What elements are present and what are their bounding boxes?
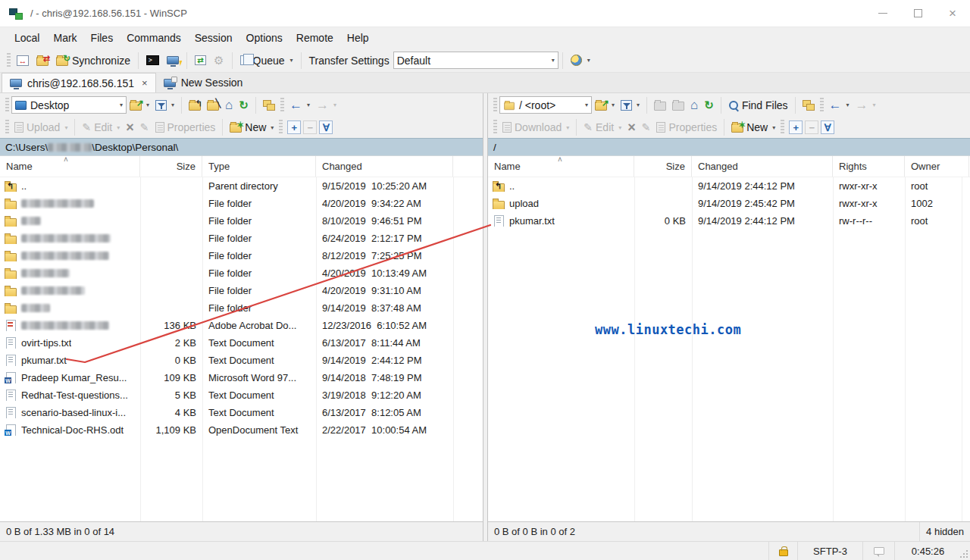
column-header-type[interactable]: Type xyxy=(202,156,316,177)
local-root-directory-button[interactable]: ╲ xyxy=(204,99,222,112)
open-terminal-button[interactable]: > xyxy=(142,53,163,67)
upload-button[interactable]: Upload▾ xyxy=(11,120,70,135)
table-row[interactable]: scenario-based-linux-i... 4 KB Text Docu… xyxy=(0,404,483,421)
column-header-rights[interactable]: Rights xyxy=(833,156,905,177)
column-header-owner[interactable]: Owner xyxy=(905,156,969,177)
local-back-button[interactable]: ←▾ xyxy=(286,99,313,112)
queue-button[interactable]: Queue ▾ xyxy=(236,52,297,69)
download-button[interactable]: Download▾ xyxy=(499,120,572,135)
menu-local[interactable]: Local xyxy=(8,29,46,47)
menu-mark[interactable]: Mark xyxy=(46,29,83,47)
column-header-size[interactable]: Size xyxy=(634,156,692,177)
transfer-preset-button[interactable]: ▾ xyxy=(567,52,594,68)
open-directory-dropdown-icon[interactable]: ▾ xyxy=(612,102,615,108)
table-row[interactable]: WPradeep Kumar_Resu... 109 KB Microsoft … xyxy=(0,369,483,386)
table-row[interactable]: File folder 9/14/2019 8:37:48 AM xyxy=(0,299,483,317)
table-row-pkumar-local[interactable]: pkumar.txt 0 KB Text Document 9/14/2019 … xyxy=(0,352,483,369)
toolbar-grip[interactable] xyxy=(820,98,824,113)
compare-directories-button[interactable]: ↔ xyxy=(13,53,33,68)
preferences-button[interactable]: ⚙ xyxy=(210,52,227,68)
local-filter-button[interactable]: ▾ xyxy=(152,99,177,112)
local-properties-button[interactable]: Properties xyxy=(152,120,219,135)
synchronize-button[interactable]: ↻ Synchronize xyxy=(52,52,134,69)
toolbar-grip[interactable] xyxy=(5,98,9,113)
table-row[interactable]: ovirt-tips.txt 2 KB Text Document 6/13/2… xyxy=(0,334,483,352)
remote-edit-button[interactable]: ✎Edit▾ xyxy=(580,120,624,135)
menu-session[interactable]: Session xyxy=(188,29,239,47)
filter-dropdown-icon[interactable]: ▾ xyxy=(637,102,640,108)
new-dropdown-icon[interactable]: ▾ xyxy=(271,124,274,131)
table-row[interactable]: ↰.. 9/14/2019 2:44:12 PM rwxr-xr-x root xyxy=(488,177,970,195)
tab-close-icon[interactable]: × xyxy=(142,77,148,89)
menu-commands[interactable]: Commands xyxy=(120,29,188,47)
session-tab[interactable]: chris@192.168.56.151 × xyxy=(2,73,156,92)
menu-files[interactable]: Files xyxy=(84,29,120,47)
table-row[interactable]: File folder 4/20/2019 9:31:10 AM xyxy=(0,282,483,299)
remote-new-button[interactable]: ✶New▾ xyxy=(728,120,778,135)
local-rename-button[interactable]: ✎ xyxy=(137,120,152,134)
local-forward-button[interactable]: →▾ xyxy=(313,99,340,112)
table-row[interactable]: upload 9/14/2019 2:45:42 PM rwxr-xr-x 10… xyxy=(488,195,970,212)
transfer-settings-dropdown-icon[interactable]: ▾ xyxy=(552,57,555,64)
local-parent-directory-button[interactable]: ↰ xyxy=(186,99,204,112)
toolbar-grip[interactable] xyxy=(493,98,497,113)
toolbar-grip[interactable] xyxy=(781,120,784,135)
column-header-name[interactable]: Name˄ xyxy=(488,156,634,177)
new-session-tab[interactable]: New Session xyxy=(156,73,251,92)
remote-back-button[interactable]: ←▾ xyxy=(826,99,853,112)
table-row[interactable]: File folder 4/20/2019 9:34:22 AM xyxy=(0,195,483,212)
local-open-directory-button[interactable]: ↗▾ xyxy=(127,99,152,112)
minimize-button[interactable] xyxy=(865,0,900,27)
encryption-status[interactable] xyxy=(768,542,797,560)
local-delete-button[interactable]: × xyxy=(123,120,137,134)
table-row[interactable]: Redhat-Test-questions... 5 KB Text Docum… xyxy=(0,386,483,404)
remote-home-directory-button[interactable]: ⌂ xyxy=(687,99,701,111)
table-row[interactable]: 136 KB Adobe Acrobat Do... 12/23/2016 6:… xyxy=(0,317,483,334)
resize-grip-icon[interactable] xyxy=(961,542,970,560)
local-path-bar[interactable]: C:\Users\\Desktop\Personal\ xyxy=(0,138,483,155)
panel-splitter[interactable] xyxy=(483,93,488,541)
session-duration[interactable]: 0:45:26 xyxy=(894,542,961,560)
table-row[interactable]: File folder 8/12/2019 7:25:25 PM xyxy=(0,247,483,264)
toolbar-grip[interactable] xyxy=(493,120,497,135)
remote-select-all-button[interactable]: ∀ xyxy=(821,120,834,134)
table-row[interactable]: File folder 4/20/2019 10:13:49 AM xyxy=(0,264,483,282)
menu-options[interactable]: Options xyxy=(239,29,289,47)
local-directory-tree-button[interactable] xyxy=(260,99,278,112)
drive-dropdown-icon[interactable]: ▾ xyxy=(120,102,123,108)
table-row[interactable]: WTechnical-Doc-RHS.odt 1,109 KB OpenDocu… xyxy=(0,421,483,439)
local-drive-combo[interactable]: Desktop ▾ xyxy=(11,96,127,114)
open-new-window-button[interactable]: ⇄ xyxy=(191,53,210,67)
table-row[interactable]: File folder 8/10/2019 9:46:51 PM xyxy=(0,212,483,230)
column-header-changed[interactable]: Changed xyxy=(692,156,833,177)
maximize-button[interactable] xyxy=(900,0,935,27)
synchronize-browsing-button[interactable]: ⇄ xyxy=(33,53,52,68)
menu-help[interactable]: Help xyxy=(340,29,376,47)
remote-path-bar[interactable]: / xyxy=(488,138,970,155)
server-messages[interactable] xyxy=(862,542,894,560)
column-header-size[interactable]: Size xyxy=(140,156,202,177)
transfer-settings-combo[interactable]: Default ▾ xyxy=(393,52,559,69)
remote-refresh-button[interactable]: ↻ xyxy=(701,99,717,112)
remote-rename-button[interactable]: ✎ xyxy=(639,120,654,134)
remote-parent-directory-button[interactable] xyxy=(651,99,669,112)
protocol-status[interactable]: SFTP-3 xyxy=(797,542,862,560)
open-directory-dropdown-icon[interactable]: ▾ xyxy=(146,102,149,108)
toolbar-grip[interactable] xyxy=(5,120,9,135)
remote-select-button[interactable]: + xyxy=(789,120,803,134)
back-dropdown-icon[interactable]: ▾ xyxy=(846,102,850,108)
remote-filter-button[interactable]: ▾ xyxy=(618,99,643,112)
table-row-pkumar-remote[interactable]: pkumar.txt 0 KB 9/14/2019 2:44:12 PM rw-… xyxy=(488,212,970,230)
close-button[interactable]: × xyxy=(935,0,970,27)
preset-dropdown-icon[interactable]: ▾ xyxy=(587,57,590,64)
local-select-button[interactable]: + xyxy=(287,120,301,134)
toolbar-grip[interactable] xyxy=(7,53,11,68)
remote-delete-button[interactable]: × xyxy=(624,120,639,134)
remote-root-directory-button[interactable] xyxy=(669,99,687,112)
remote-forward-button[interactable]: →▾ xyxy=(853,99,879,112)
open-session-in-putty-button[interactable] xyxy=(163,54,183,67)
back-dropdown-icon[interactable]: ▾ xyxy=(307,102,310,108)
remote-directory-combo[interactable]: / <root> ▾ xyxy=(499,96,592,114)
local-refresh-button[interactable]: ↻ xyxy=(236,99,252,112)
toolbar-grip[interactable] xyxy=(280,98,284,113)
